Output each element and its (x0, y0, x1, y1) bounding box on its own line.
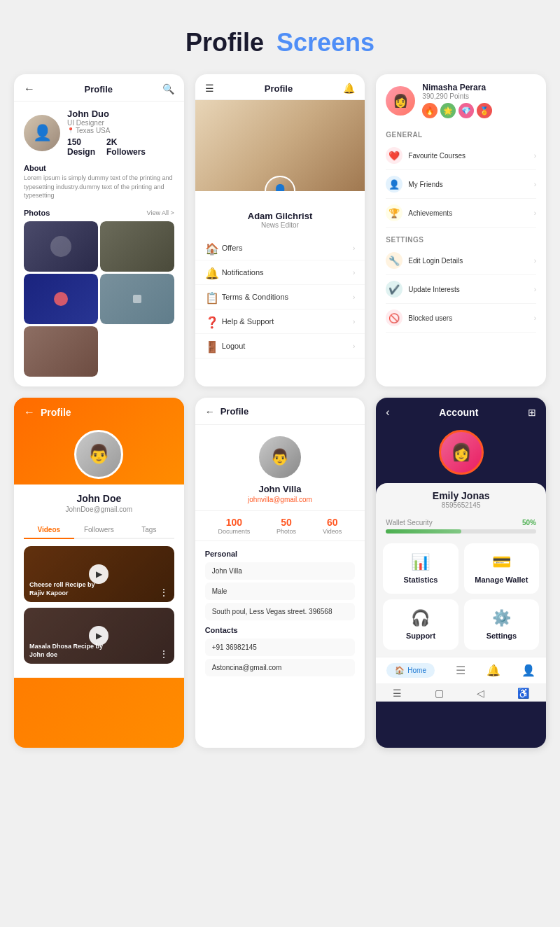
s6-statistics-icon: 📊 (411, 553, 430, 571)
s4-play-button-1[interactable]: ▶ (89, 564, 108, 584)
s4-video-label-1: Cheese roll Recipe byRajiv Kapoor (29, 581, 159, 597)
s6-user-phone: 8595652145 (376, 501, 546, 509)
s6-settings-icon: ⚙️ (492, 609, 511, 627)
s2-bell-icon[interactable]: 🔔 (343, 83, 355, 94)
s1-back-icon[interactable]: ← (24, 83, 35, 95)
s3-favourite-text: Favourite Courses (408, 152, 465, 160)
s5-contacts-title: Contacts (205, 626, 356, 634)
s6-grid-icon[interactable]: ⊞ (528, 407, 536, 418)
s4-top-section: ← Profile 👨 (14, 398, 184, 485)
s4-tab-followers[interactable]: Followers (74, 522, 125, 538)
s2-menu-list: 🏠 Offers › 🔔 Notifications › 📋 Terms & C… (195, 236, 365, 358)
s4-tab-videos[interactable]: Videos (24, 522, 74, 539)
s6-progress-bar-bg (386, 529, 536, 534)
s6-settings-button[interactable]: ⚙️ Settings (464, 599, 539, 650)
s5-documents-stat: 100 Documents (218, 517, 251, 535)
s1-search-icon[interactable]: 🔍 (162, 83, 174, 95)
s5-documents-num: 100 (218, 517, 251, 528)
s2-menu-terms[interactable]: 📋 Terms & Conditions › (195, 285, 365, 309)
s1-photos-title: Photos (24, 209, 50, 217)
s3-update-text: Update Interests (408, 286, 459, 293)
s2-menu-notifications[interactable]: 🔔 Notifications › (195, 260, 365, 285)
s3-update-icon: ✔️ (386, 281, 402, 298)
s6-support-label: Support (406, 632, 435, 640)
s6-statistics-button[interactable]: 📊 Statistics (383, 543, 458, 594)
s6-support-button[interactable]: 🎧 Support (383, 599, 458, 650)
s6-nav-home[interactable]: 🏠 Home (386, 663, 435, 678)
s3-blocked-chevron: › (534, 314, 536, 322)
s6-manage-wallet-button[interactable]: 💳 Manage Wallet (464, 543, 539, 594)
s3-blocked-users[interactable]: 🚫 Blocked users › (386, 304, 536, 333)
s4-video-card-2: Masala Dhosa Recipe byJohn doe ⋮ ▶ (24, 608, 174, 664)
s3-my-friends[interactable]: 👤 My Friends › (386, 170, 536, 199)
s3-blocked-text: Blocked users (408, 314, 452, 322)
s4-video-label-2: Masala Dhosa Recipe byJohn doe (29, 643, 159, 659)
s2-menu-help[interactable]: ❓ Help & Support › (195, 309, 365, 334)
screen-6-account-dark: ‹ Account ⊞ 👩 Emily Jonas 8595652145 Wal… (376, 398, 546, 748)
s1-photo-1 (24, 221, 98, 272)
s4-back-button[interactable]: ← (24, 406, 35, 419)
s3-edit-login-chevron: › (534, 257, 536, 265)
s3-update-chevron: › (534, 286, 536, 293)
s6-nav-user[interactable]: 👤 (522, 663, 536, 678)
s6-wallet-label: Manage Wallet (475, 576, 528, 584)
s2-menu-icon[interactable]: ☰ (205, 83, 214, 94)
s5-avatar-area: 👨 (195, 425, 365, 484)
s4-play-button-2[interactable]: ▶ (89, 626, 108, 646)
badge-pink: 💎 (458, 103, 474, 118)
s6-phone-bar-square: ▢ (435, 688, 444, 699)
s1-user-title: UI Designer (67, 119, 146, 127)
s4-more-dots-1[interactable]: ⋮ (159, 587, 169, 598)
s1-photo-4 (100, 274, 174, 324)
s6-wallet-security-label: Wallet Security (386, 519, 432, 527)
s6-bottom-nav: 🏠 Home ☰ 🔔 👤 (376, 657, 546, 683)
s6-statistics-label: Statistics (404, 576, 438, 584)
s2-menu-offers[interactable]: 🏠 Offers › (195, 236, 365, 260)
s2-terms-text: Terms & Conditions (222, 293, 288, 301)
s1-photo-2 (100, 221, 174, 272)
s5-field-name: John Villa (205, 562, 356, 580)
s6-phone-bar-back: ◁ (477, 688, 484, 699)
s6-nav-list[interactable]: ☰ (456, 663, 465, 678)
s4-video-card-1: Cheese roll Recipe byRajiv Kapoor ⋮ ▶ (24, 546, 174, 602)
bottom-screens-row: ← Profile 👨 John Doe JohnDoe@gmail.com V… (0, 398, 560, 769)
s5-user-name: John Villa (195, 484, 365, 494)
s6-nav-bell[interactable]: 🔔 (486, 663, 500, 678)
s6-back-button[interactable]: ‹ (386, 406, 389, 419)
s6-title: Account (439, 407, 478, 418)
s3-achievements[interactable]: 🏆 Achievements › (386, 199, 536, 228)
s3-favourite-icon: ❤️ (386, 147, 402, 164)
s5-videos-num: 60 (323, 517, 342, 528)
s4-white-section: John Doe JohnDoe@gmail.com Videos Follow… (14, 485, 184, 678)
s5-photos-num: 50 (276, 517, 296, 528)
s6-avatar: 👩 (439, 430, 484, 475)
s4-tab-tags[interactable]: Tags (124, 522, 174, 538)
title-black: Profile (186, 28, 264, 57)
s3-update-interests[interactable]: ✔️ Update Interests › (386, 275, 536, 304)
s5-user-email: johnvilla@gmail.com (195, 496, 365, 503)
s6-support-icon: 🎧 (411, 609, 430, 627)
s3-edit-login[interactable]: 🔧 Edit Login Details › (386, 246, 536, 275)
s6-settings-label: Settings (486, 632, 517, 640)
s1-followers-stat: 2K Followers (106, 137, 146, 157)
s4-video-thumb-1: Cheese roll Recipe byRajiv Kapoor ⋮ ▶ (24, 546, 174, 602)
s2-user-name: Adam Gilchrist (195, 211, 365, 221)
s6-user-name: Emily Jonas (376, 483, 546, 501)
s3-favourite-courses[interactable]: ❤️ Favourite Courses › (386, 141, 536, 170)
s6-progress-section: Wallet Security 50% (376, 516, 546, 539)
s2-menu-logout[interactable]: 🚪 Logout › (195, 334, 365, 358)
s1-user-location: 📍 Texas USA (67, 127, 146, 134)
s5-photos-label: Photos (276, 528, 296, 535)
s3-header: 👩 Nimasha Perara 390,290 Points 🔥 🌟 💎 🏅 (376, 74, 546, 125)
s1-photos-header: Photos View All > (14, 204, 184, 221)
s3-friends-text: My Friends (408, 181, 442, 188)
s2-help-text: Help & Support (222, 317, 274, 326)
s4-more-dots-2[interactable]: ⋮ (159, 648, 169, 660)
s2-avatar: 👤 (265, 176, 295, 191)
s5-videos-stat: 60 Videos (323, 517, 342, 535)
s4-tabs: Videos Followers Tags (24, 522, 174, 539)
s1-view-all[interactable]: View All > (147, 209, 174, 216)
s1-photo-5 (24, 326, 98, 377)
s5-back-button[interactable]: ← (205, 406, 215, 417)
location-pin-icon: 📍 (67, 127, 74, 134)
